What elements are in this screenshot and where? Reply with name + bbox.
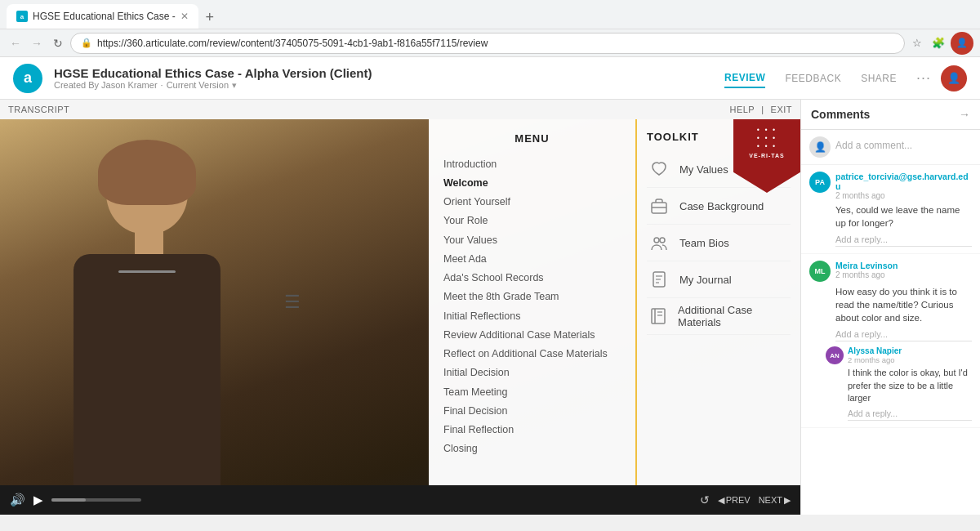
person-necklace	[118, 270, 176, 273]
toolkit-item-label: My Journal	[679, 274, 732, 286]
menu-item[interactable]: Final Reflection	[443, 421, 621, 440]
reload-control-icon[interactable]: ↺	[700, 493, 710, 506]
shield-dots: • • •	[757, 126, 777, 134]
toolkit-item[interactable]: Additional Case Materials	[647, 298, 791, 335]
subtitle-sep: ·	[161, 80, 163, 90]
volume-icon[interactable]: 🔊	[10, 493, 25, 507]
comment-author: Meira Levinson	[835, 261, 898, 270]
toolkit-item-label: Team Bios	[679, 237, 729, 249]
toolkit-item[interactable]: Case Background	[647, 188, 791, 225]
profile-icon[interactable]: 👤	[951, 32, 973, 55]
nav-feedback[interactable]: FEEDBACK	[785, 69, 841, 87]
prev-chevron-icon: ◀	[718, 495, 724, 506]
menu-item[interactable]: Initial Decision	[443, 364, 621, 382]
app-nav: REVIEW FEEDBACK SHARE ···	[724, 69, 931, 88]
current-user-avatar: 👤	[809, 136, 831, 158]
comment-timestamp: 2 months ago	[835, 191, 972, 200]
subtitle-prefix: Created By Jason Kramer	[54, 80, 158, 90]
browser-tab[interactable]: a HGSE Educational Ethics Case - ✕	[7, 4, 198, 29]
more-options-icon[interactable]: ···	[916, 69, 931, 87]
video-background: ☰ MENU IntroductionWelcomeOrient Yoursel…	[0, 119, 800, 485]
play-button[interactable]: ▶	[33, 493, 43, 507]
new-tab-button[interactable]: +	[198, 6, 221, 29]
comment-item: MLMeira Levinson2 months agoHow easy do …	[801, 254, 980, 427]
sep: |	[761, 105, 764, 114]
nested-reply-input[interactable]: Add a reply...	[848, 408, 972, 421]
person-silhouette	[49, 127, 286, 485]
toolkit-item[interactable]: My Journal	[647, 261, 791, 298]
toolkit-item-label: Case Background	[679, 200, 764, 212]
progress-bar[interactable]	[51, 498, 141, 502]
nested-comment-text: I think the color is okay, but I'd prefe…	[848, 367, 972, 404]
exit-link[interactable]: EXIT	[771, 105, 792, 114]
menu-item[interactable]: Welcome	[443, 173, 621, 192]
comment-input[interactable]: Add a comment...	[835, 136, 972, 154]
nested-comment: ANAlyssa Napier2 months agoI think the c…	[826, 346, 972, 420]
toolkit-item-label: My Values	[679, 163, 728, 176]
svg-point-2	[654, 238, 659, 243]
help-link[interactable]: HELP	[729, 105, 755, 114]
person-hair	[98, 140, 196, 205]
comments-panel: Comments → 👤 Add a comment... PApatrice_…	[800, 100, 980, 515]
reply-input[interactable]: Add a reply...	[835, 234, 972, 247]
menu-item[interactable]: Final Decision	[443, 401, 621, 420]
transcript-label: TRANSCRIPT	[8, 105, 69, 114]
address-bar-row: ← → ↻ 🔒 https://360.articulate.com/revie…	[0, 29, 980, 57]
menu-item[interactable]: Your Role	[443, 212, 621, 230]
next-chevron-icon: ▶	[784, 495, 791, 506]
menu-item[interactable]: Review Additional Case Materials	[443, 325, 621, 344]
progress-fill	[51, 498, 86, 502]
menu-item[interactable]: Your Values	[443, 230, 621, 249]
menu-item[interactable]: Ada's School Records	[443, 269, 621, 288]
extensions-icon[interactable]: 🧩	[929, 34, 947, 52]
user-avatar[interactable]: 👤	[941, 65, 967, 91]
prev-label: PREV	[726, 495, 751, 505]
toolkit-item[interactable]: Team Bios	[647, 225, 791, 261]
menu-item[interactable]: Closing	[443, 440, 621, 458]
hamburger-menu-button[interactable]: ☰	[284, 292, 301, 313]
subtitle-version: Current Version	[167, 80, 229, 90]
next-button[interactable]: NEXT ▶	[759, 495, 791, 506]
person-body	[74, 254, 220, 485]
comment-text: Yes, could we leave the name up for long…	[835, 203, 972, 230]
app-header: a HGSE Educational Ethics Case - Alpha V…	[0, 57, 980, 100]
comment-text: How easy do you think it is to read the …	[835, 285, 972, 324]
tab-close-icon[interactable]: ✕	[180, 11, 189, 22]
comments-header: Comments →	[801, 100, 980, 130]
menu-item[interactable]: Reflect on Additional Case Materials	[443, 345, 621, 364]
app-logo: a	[13, 64, 42, 93]
comment-timestamp: 2 months ago	[835, 270, 898, 279]
reply-input[interactable]: Add a reply...	[835, 329, 972, 341]
menu-item[interactable]: Introduction	[443, 154, 621, 173]
expand-panel-icon[interactable]: →	[959, 108, 970, 121]
svg-rect-8	[652, 309, 665, 324]
forward-button[interactable]: →	[28, 34, 46, 52]
help-exit-area: HELP | EXIT	[729, 105, 792, 114]
nav-share[interactable]: SHARE	[861, 69, 897, 87]
commenter-avatar: ML	[809, 261, 831, 282]
bookmark-icon[interactable]: ☆	[908, 34, 926, 52]
shield-dots2: • • •	[757, 134, 777, 142]
version-chevron-icon[interactable]: ▾	[232, 80, 237, 91]
menu-item[interactable]: Initial Reflections	[443, 306, 621, 325]
comments-list: PApatrice_torcivia@gse.harvard.edu2 mont…	[801, 165, 980, 515]
back-button[interactable]: ←	[7, 34, 24, 52]
menu-column: MENU IntroductionWelcomeOrient YourselfY…	[429, 119, 637, 485]
menu-item[interactable]: Meet the 8th Grade Team	[443, 288, 621, 306]
menu-title: MENU	[443, 132, 621, 145]
address-bar[interactable]: 🔒 https://360.articulate.com/review/cont…	[70, 33, 905, 54]
nav-review[interactable]: REVIEW	[724, 69, 765, 88]
reload-button[interactable]: ↻	[49, 34, 67, 52]
comment-item: PApatrice_torcivia@gse.harvard.edu2 mont…	[801, 165, 980, 254]
nested-commenter-avatar: AN	[826, 346, 844, 364]
menu-item[interactable]: Team Meeting	[443, 382, 621, 401]
app-title: HGSE Educational Ethics Case - Alpha Ver…	[54, 66, 724, 80]
prev-button[interactable]: ◀ PREV	[718, 495, 751, 506]
browser-chrome: a HGSE Educational Ethics Case - ✕ +	[0, 0, 980, 29]
next-label: NEXT	[759, 495, 782, 505]
app-subtitle: Created By Jason Kramer · Current Versio…	[54, 80, 724, 91]
toolkit-item-label: Additional Case Materials	[678, 304, 791, 328]
menu-item[interactable]: Orient Yourself	[443, 193, 621, 212]
tab-favicon: a	[16, 11, 28, 22]
menu-item[interactable]: Meet Ada	[443, 249, 621, 268]
